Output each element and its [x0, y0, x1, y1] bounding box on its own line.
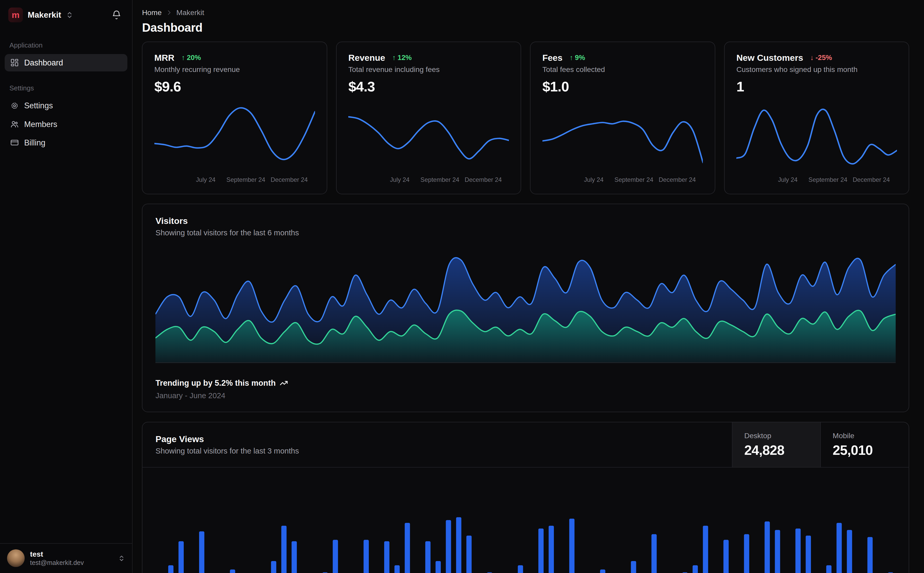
area-chart [155, 246, 896, 363]
sidebar-item-label: Settings [24, 101, 53, 110]
sidebar-item-label: Billing [24, 138, 45, 147]
mrr-sparkline-chart: July 24 September 24 December 24 [154, 98, 315, 185]
stat-value: $9.6 [154, 78, 315, 95]
main-content: Home Makerkit Dashboard MRR ↑ 20% Monthl… [133, 0, 924, 573]
trending-up-icon [280, 379, 288, 387]
sidebar-footer: test test@makerkit.dev [0, 543, 132, 573]
chevrons-up-down-icon [66, 11, 73, 19]
bell-icon [111, 10, 122, 20]
stat-subtitle: Customers who signed up this month [736, 65, 897, 74]
sidebar-item-label: Members [24, 120, 57, 129]
stat-title: New Customers [736, 53, 803, 63]
trend-badge: ↓ -25% [810, 53, 832, 62]
trend-up-icon: ↑ [392, 53, 396, 62]
stat-title: Fees [543, 53, 563, 63]
sidebar-item-members[interactable]: Members [5, 116, 127, 133]
sidebar: m Makerkit Application Dashboard Setting… [0, 0, 133, 573]
line-chart [348, 98, 509, 175]
stat-subtitle: Total revenue including fees [348, 65, 509, 74]
user-email: test@makerkit.dev [30, 559, 113, 567]
x-axis-label: December 24 [465, 176, 502, 183]
trend-badge: ↑ 12% [392, 53, 412, 62]
chevron-right-icon [166, 9, 172, 16]
stat-title: MRR [154, 53, 174, 63]
nav-section-settings: Settings [0, 84, 132, 92]
trend-up-icon: ↑ [181, 53, 185, 62]
sidebar-item-settings[interactable]: Settings [5, 97, 127, 114]
breadcrumb: Home Makerkit [142, 8, 909, 17]
stat-value: 1 [736, 78, 897, 95]
trend-note-text: Trending up by 5.2% this month [155, 379, 276, 388]
x-axis-label: September 24 [809, 176, 847, 183]
toggle-desktop[interactable]: Desktop 24,828 [732, 422, 820, 467]
x-axis-label: December 24 [853, 176, 890, 183]
sidebar-nav: Application Dashboard Settings Settings … [0, 28, 132, 152]
toggle-mobile[interactable]: Mobile 25,010 [820, 422, 909, 467]
line-chart [736, 98, 897, 175]
stats-row: MRR ↑ 20% Monthly recurring revenue $9.6… [142, 42, 909, 194]
line-chart [154, 98, 315, 175]
page-views-bar-chart [143, 488, 909, 573]
x-axis-label: December 24 [271, 176, 308, 183]
user-menu[interactable]: test test@makerkit.dev [7, 550, 125, 567]
dashboard-icon [10, 58, 19, 67]
credit-card-icon [10, 138, 19, 147]
trend-change: 12% [398, 53, 412, 62]
visitors-area-chart [155, 246, 896, 363]
new-customers-sparkline-chart: July 24 September 24 December 24 [736, 98, 897, 185]
page-views-subtitle: Showing total visitors for the last 3 mo… [155, 446, 719, 456]
line-chart [543, 98, 703, 175]
app-root: m Makerkit Application Dashboard Setting… [0, 0, 924, 573]
trend-change: -25% [816, 53, 832, 62]
breadcrumb-current: Makerkit [176, 8, 204, 17]
x-axis-label: July 24 [196, 176, 215, 183]
toggle-label: Mobile [833, 431, 854, 440]
stat-card-fees: Fees ↑ 9% Total fees collected $1.0 July… [530, 42, 715, 194]
trend-badge: ↑ 9% [569, 53, 585, 62]
x-axis-label: September 24 [420, 176, 460, 183]
sidebar-item-label: Dashboard [24, 58, 63, 67]
stat-card-new-customers: New Customers ↓ -25% Customers who signe… [724, 42, 909, 194]
sidebar-header: m Makerkit [0, 0, 132, 28]
x-axis-label: December 24 [659, 176, 696, 183]
x-axis-label: September 24 [615, 176, 653, 183]
users-icon [10, 120, 19, 128]
stat-value: $4.3 [348, 78, 509, 95]
trend-down-icon: ↓ [810, 53, 814, 62]
visitors-subtitle: Showing total visitors for the last 6 mo… [155, 228, 896, 237]
trend-badge: ↑ 20% [181, 53, 201, 62]
gear-icon [10, 101, 19, 110]
workspace-name: Makerkit [28, 10, 61, 20]
bar-chart [155, 488, 896, 573]
user-name: test [30, 550, 113, 559]
app-logo: m [8, 8, 23, 22]
page-views-card: Page Views Showing total visitors for th… [142, 422, 909, 573]
stat-title: Revenue [348, 53, 385, 63]
toggle-label: Desktop [744, 431, 771, 440]
visitors-title: Visitors [155, 216, 896, 226]
nav-section-application: Application [0, 41, 132, 49]
chevrons-up-down-icon [118, 555, 125, 562]
revenue-sparkline-chart: July 24 September 24 December 24 [348, 98, 509, 185]
visitors-card: Visitors Showing total visitors for the … [142, 204, 909, 412]
notifications-button[interactable] [109, 8, 124, 22]
x-axis-label: July 24 [584, 176, 604, 183]
toggle-value: 25,010 [833, 442, 873, 458]
visitors-period: January - June 2024 [155, 391, 896, 400]
avatar [7, 550, 25, 567]
page-title: Dashboard [142, 21, 909, 34]
page-views-title: Page Views [155, 434, 719, 444]
breadcrumb-home-link[interactable]: Home [142, 8, 162, 17]
sidebar-item-dashboard[interactable]: Dashboard [5, 54, 127, 71]
x-axis-label: September 24 [226, 176, 265, 183]
toggle-value: 24,828 [744, 442, 784, 458]
stat-card-mrr: MRR ↑ 20% Monthly recurring revenue $9.6… [142, 42, 327, 194]
stat-value: $1.0 [543, 78, 703, 95]
trend-change: 20% [187, 53, 201, 62]
stat-subtitle: Monthly recurring revenue [154, 65, 315, 74]
workspace-selector[interactable]: m Makerkit [8, 8, 74, 22]
stat-subtitle: Total fees collected [543, 65, 703, 74]
fees-sparkline-chart: July 24 September 24 December 24 [543, 98, 703, 185]
x-axis-label: July 24 [390, 176, 409, 183]
sidebar-item-billing[interactable]: Billing [5, 134, 127, 152]
